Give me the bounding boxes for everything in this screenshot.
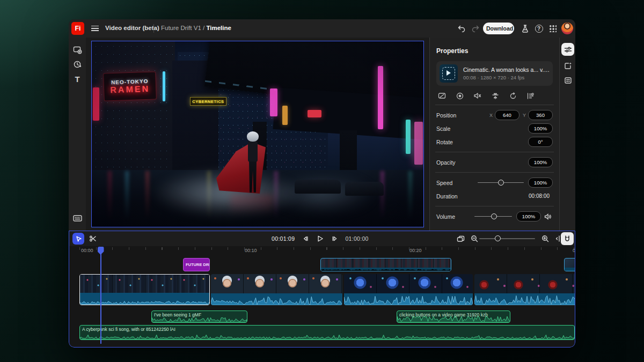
music-clip[interactable]: A cyberpunk sci fi song, with or 8512422… bbox=[79, 325, 575, 340]
rotate-input[interactable] bbox=[528, 137, 553, 147]
help-icon[interactable]: ? bbox=[533, 23, 544, 34]
clip-thumbnails bbox=[344, 274, 473, 293]
step-back-icon[interactable] bbox=[300, 234, 310, 243]
position-x-input[interactable] bbox=[495, 110, 519, 120]
breadcrumb-project[interactable]: Future Drift V1 bbox=[161, 25, 201, 31]
sfx-track: I've been seeing 1 gMF clicking buttons … bbox=[69, 311, 575, 323]
waveform bbox=[321, 268, 451, 271]
fit-timeline-icon[interactable] bbox=[455, 233, 466, 245]
video-clip-city[interactable] bbox=[79, 274, 210, 305]
scene-vignette bbox=[92, 41, 423, 227]
title-clip[interactable]: FUTURE DRI bbox=[183, 258, 210, 271]
speed-slider[interactable] bbox=[478, 180, 524, 186]
keyboard-shortcuts-icon[interactable] bbox=[72, 213, 82, 223]
firefly-logo[interactable]: Fi bbox=[71, 22, 84, 35]
flip-icon[interactable] bbox=[491, 91, 500, 100]
add-media-icon[interactable] bbox=[72, 45, 82, 55]
rotate-row: Rotate bbox=[436, 135, 553, 149]
overlay-video-clip-2[interactable] bbox=[564, 258, 575, 271]
current-timecode: 00:01:09 bbox=[272, 235, 295, 242]
sfx-clip-1[interactable]: I've been seeing 1 gMF bbox=[151, 311, 247, 323]
opacity-input[interactable] bbox=[528, 157, 553, 167]
speaker-icon[interactable] bbox=[544, 213, 553, 220]
ruler-label: 00:30 bbox=[573, 248, 575, 253]
video-preview-canvas[interactable]: NEO-TOKYO RAMEN CYBERNETICS bbox=[91, 41, 424, 227]
position-y-input[interactable] bbox=[528, 110, 553, 120]
breadcrumb[interactable]: Future Drift V1 / Timeline bbox=[161, 25, 231, 31]
app-title: Video editor (beta) bbox=[105, 25, 159, 31]
end-timecode: 01:00:00 bbox=[345, 235, 368, 242]
right-toolbar bbox=[559, 38, 575, 231]
background-remove-icon[interactable] bbox=[437, 91, 447, 100]
divider bbox=[435, 105, 554, 105]
play-icon[interactable] bbox=[315, 234, 325, 243]
breadcrumb-separator: / bbox=[203, 25, 204, 31]
hamburger-menu-icon[interactable] bbox=[91, 26, 99, 31]
video-clip-woman[interactable] bbox=[211, 274, 342, 305]
overlay-video-clip[interactable] bbox=[320, 258, 451, 271]
history-clock-icon[interactable] bbox=[72, 60, 82, 69]
waveform bbox=[474, 294, 575, 305]
flask-icon[interactable] bbox=[519, 23, 530, 34]
redo-icon[interactable] bbox=[470, 23, 481, 34]
volume-input[interactable] bbox=[516, 211, 541, 221]
generated-video-icon bbox=[440, 64, 458, 83]
rotate-label: Rotate bbox=[436, 139, 528, 145]
step-forward-icon[interactable] bbox=[330, 234, 340, 243]
magnet-icon[interactable] bbox=[561, 232, 574, 245]
x-axis-label: X bbox=[489, 113, 493, 118]
divider bbox=[435, 152, 554, 152]
breadcrumb-view: Timeline bbox=[206, 25, 231, 31]
volume-slider[interactable] bbox=[474, 213, 512, 220]
waveform bbox=[80, 332, 574, 339]
properties-sliders-icon[interactable] bbox=[561, 43, 574, 56]
duration-row: Duration 00:08:00 bbox=[436, 189, 553, 203]
left-toolbar: T bbox=[69, 38, 86, 231]
select-tool-icon[interactable] bbox=[72, 233, 84, 245]
undo-icon[interactable] bbox=[456, 23, 467, 34]
waveform bbox=[344, 294, 473, 305]
clip-audio-strip bbox=[211, 293, 342, 305]
mute-icon[interactable] bbox=[473, 91, 482, 100]
selected-clip-card[interactable]: Cinematic. A woman looks a... v.ffgenvid… bbox=[436, 61, 553, 86]
scale-row: Scale bbox=[436, 122, 553, 135]
apps-grid-icon[interactable] bbox=[547, 23, 558, 34]
ruler-label: 00:20 bbox=[409, 248, 422, 253]
overlay-track: FUTURE DRI bbox=[69, 258, 575, 271]
speed-input[interactable] bbox=[528, 178, 553, 188]
sfx-clip-2[interactable]: clicking buttons on a video game 31920 k… bbox=[397, 311, 510, 323]
zoom-slider-knob[interactable] bbox=[495, 235, 501, 241]
clip-actions-row bbox=[437, 91, 552, 100]
playhead-line[interactable] bbox=[100, 247, 101, 344]
speed-slider-knob[interactable] bbox=[498, 180, 504, 186]
mask-icon[interactable] bbox=[455, 91, 464, 100]
scale-label: Scale bbox=[436, 125, 528, 132]
opacity-row: Opacity bbox=[436, 156, 553, 169]
video-clip-robot[interactable] bbox=[344, 274, 473, 305]
download-button[interactable]: Download bbox=[483, 23, 514, 34]
speed-row: Speed bbox=[436, 176, 553, 189]
scale-input[interactable] bbox=[528, 123, 553, 134]
timeline-panel: 00:01:09 01:00:00 bbox=[69, 231, 575, 348]
timeline-zoom-slider[interactable] bbox=[479, 238, 535, 239]
zoom-out-icon[interactable] bbox=[469, 233, 480, 245]
generative-edit-icon[interactable] bbox=[561, 59, 574, 72]
waveform bbox=[397, 316, 510, 322]
text-tool-icon[interactable]: T bbox=[72, 74, 82, 84]
desktop-background: Fi Video editor (beta) Future Drift V1 /… bbox=[0, 0, 644, 362]
divider bbox=[435, 172, 554, 173]
volume-slider-knob[interactable] bbox=[491, 213, 497, 219]
volume-label: Volume bbox=[436, 213, 474, 220]
scissors-icon[interactable] bbox=[87, 233, 99, 245]
preview-area: NEO-TOKYO RAMEN CYBERNETICS bbox=[86, 38, 429, 231]
zoom-in-icon[interactable] bbox=[539, 233, 551, 245]
order-icon[interactable] bbox=[526, 91, 535, 100]
preview-frame: NEO-TOKYO RAMEN CYBERNETICS bbox=[92, 41, 423, 227]
clip-meta: 00:08 · 1280 × 720 · 24 fps bbox=[463, 75, 550, 80]
captions-icon[interactable] bbox=[561, 74, 574, 87]
rotate-ccw-icon[interactable] bbox=[508, 91, 517, 100]
timeline-ruler[interactable]: 00:00 00:10 00:20 00:30 bbox=[69, 246, 575, 255]
waveform bbox=[211, 294, 342, 305]
avatar[interactable] bbox=[561, 23, 573, 34]
video-clip-cape[interactable] bbox=[474, 274, 575, 305]
